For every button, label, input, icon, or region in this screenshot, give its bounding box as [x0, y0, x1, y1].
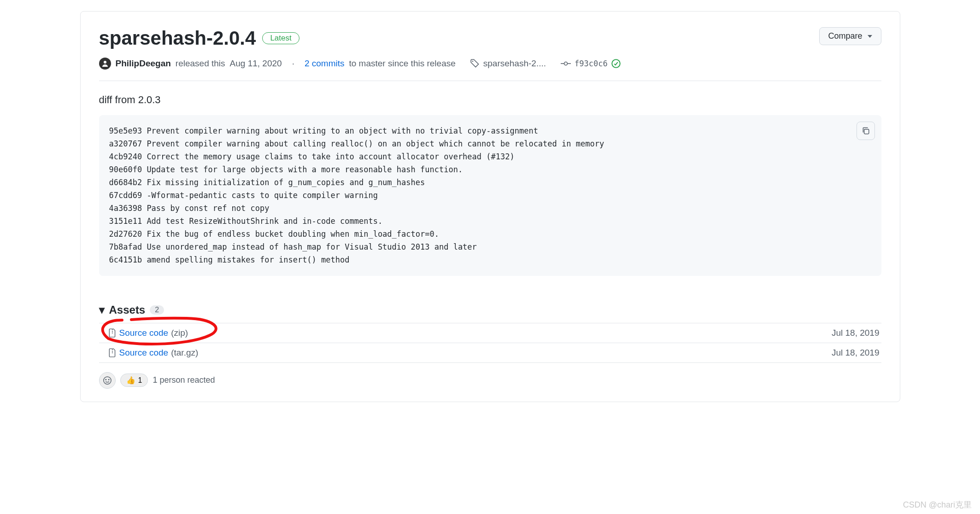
- assets-header[interactable]: ▾ Assets 2: [99, 304, 881, 316]
- avatar-placeholder-icon: [101, 60, 109, 67]
- author-link[interactable]: PhilipDeegan: [116, 58, 171, 69]
- asset-name[interactable]: Source code: [119, 348, 169, 358]
- svg-point-7: [103, 376, 111, 384]
- latest-badge: Latest: [262, 32, 299, 44]
- asset-ext: (tar.gz): [171, 348, 198, 358]
- release-container: Compare sparsehash-2.0.4 Latest PhilipDe…: [80, 11, 900, 402]
- commit-icon: [561, 60, 571, 67]
- asset-date: Jul 18, 2019: [832, 348, 880, 358]
- add-reaction-button[interactable]: [99, 372, 116, 389]
- svg-point-2: [564, 62, 568, 65]
- asset-row-targz: Source code (tar.gz) Jul 18, 2019: [99, 343, 881, 363]
- release-description: diff from 2.0.3: [99, 94, 881, 106]
- assets-label: Assets: [109, 304, 146, 316]
- svg-point-8: [106, 379, 106, 380]
- asset-ext: (zip): [171, 328, 188, 338]
- release-meta: PhilipDeegan released this Aug 11, 2020 …: [99, 58, 881, 81]
- svg-point-9: [108, 379, 109, 380]
- verified-icon: [611, 59, 621, 68]
- tag-name: sparsehash-2....: [483, 58, 546, 69]
- avatar[interactable]: [99, 58, 111, 70]
- triangle-down-icon: ▾: [99, 304, 105, 316]
- smiley-icon: [103, 376, 112, 385]
- svg-point-0: [104, 61, 106, 64]
- svg-point-1: [472, 61, 474, 62]
- zip-icon: [108, 328, 117, 338]
- commits-suffix: to master since this release: [349, 58, 456, 69]
- reactions-row: 👍 1 1 person reacted: [99, 372, 881, 389]
- release-date: Aug 11, 2020: [230, 58, 282, 69]
- release-header: sparsehash-2.0.4 Latest: [99, 27, 881, 49]
- commits-link[interactable]: 2 commits: [305, 58, 345, 69]
- asset-date: Jul 18, 2019: [832, 328, 880, 338]
- changelog-text: 95e5e93 Prevent compiler warning about w…: [109, 126, 604, 264]
- separator-dot: ·: [292, 58, 294, 69]
- released-text: released this: [176, 58, 225, 69]
- assets-count: 2: [150, 305, 164, 315]
- asset-row-zip: Source code (zip) Jul 18, 2019: [99, 323, 881, 343]
- tag-group[interactable]: sparsehash-2....: [470, 58, 546, 69]
- release-title: sparsehash-2.0.4: [99, 27, 256, 49]
- copy-icon: [862, 127, 870, 135]
- svg-rect-6: [864, 129, 869, 134]
- changelog-codeblock: 95e5e93 Prevent compiler warning about w…: [99, 115, 881, 276]
- asset-name[interactable]: Source code: [119, 328, 169, 338]
- reaction-summary: 1 person reacted: [153, 375, 215, 385]
- tag-icon: [470, 59, 480, 68]
- copy-button[interactable]: [857, 122, 875, 140]
- zip-icon: [108, 348, 117, 357]
- commit-sha: f93c0c6: [575, 59, 608, 68]
- thumbs-count: 1: [138, 376, 142, 385]
- thumbs-up-reaction[interactable]: 👍 1: [120, 374, 148, 387]
- thumbs-up-icon: 👍: [126, 376, 135, 385]
- commit-group[interactable]: f93c0c6: [561, 59, 621, 68]
- asset-list: Source code (zip) Jul 18, 2019 Source co…: [99, 323, 881, 363]
